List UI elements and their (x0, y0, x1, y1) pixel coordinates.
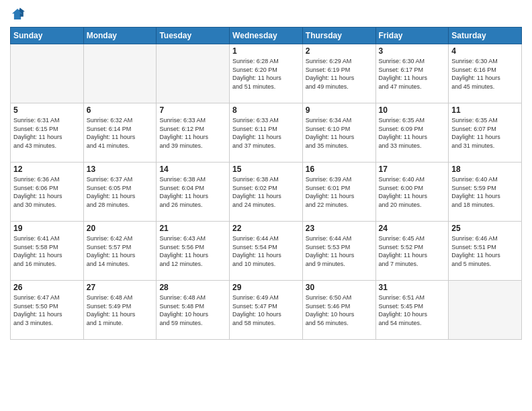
day-cell: 15Sunrise: 6:38 AM Sunset: 6:02 PM Dayli… (230, 163, 303, 222)
day-info: Sunrise: 6:28 AM Sunset: 6:20 PM Dayligh… (232, 57, 300, 91)
day-info: Sunrise: 6:38 AM Sunset: 6:04 PM Dayligh… (159, 175, 226, 209)
day-cell (11, 44, 84, 103)
day-cell: 22Sunrise: 6:44 AM Sunset: 5:54 PM Dayli… (230, 222, 303, 281)
weekday-monday: Monday (83, 28, 157, 44)
weekday-header-row: SundayMondayTuesdayWednesdayThursdayFrid… (11, 28, 522, 44)
day-number: 14 (159, 165, 226, 174)
day-info: Sunrise: 6:48 AM Sunset: 5:49 PM Dayligh… (87, 293, 154, 327)
day-cell: 2Sunrise: 6:29 AM Sunset: 6:19 PM Daylig… (302, 44, 375, 103)
day-cell: 4Sunrise: 6:30 AM Sunset: 6:16 PM Daylig… (449, 44, 522, 103)
day-info: Sunrise: 6:38 AM Sunset: 6:02 PM Dayligh… (232, 175, 300, 209)
day-number: 20 (87, 224, 154, 233)
week-row-2: 5Sunrise: 6:31 AM Sunset: 6:15 PM Daylig… (11, 103, 522, 163)
day-cell: 18Sunrise: 6:40 AM Sunset: 5:59 PM Dayli… (449, 163, 522, 222)
weekday-tuesday: Tuesday (157, 28, 230, 44)
day-number: 30 (306, 283, 373, 292)
day-number: 23 (306, 224, 373, 233)
day-cell: 5Sunrise: 6:31 AM Sunset: 6:15 PM Daylig… (11, 103, 84, 163)
day-number: 12 (13, 165, 81, 174)
day-info: Sunrise: 6:35 AM Sunset: 6:07 PM Dayligh… (451, 116, 519, 150)
day-info: Sunrise: 6:45 AM Sunset: 5:52 PM Dayligh… (379, 234, 446, 268)
day-cell: 27Sunrise: 6:48 AM Sunset: 5:49 PM Dayli… (83, 281, 157, 340)
day-cell: 8Sunrise: 6:33 AM Sunset: 6:11 PM Daylig… (230, 103, 303, 163)
day-cell: 1Sunrise: 6:28 AM Sunset: 6:20 PM Daylig… (230, 44, 303, 103)
day-cell: 17Sunrise: 6:40 AM Sunset: 6:00 PM Dayli… (375, 163, 449, 222)
day-number: 5 (13, 105, 81, 115)
logo (10, 7, 27, 21)
day-info: Sunrise: 6:31 AM Sunset: 6:15 PM Dayligh… (13, 116, 81, 150)
day-info: Sunrise: 6:50 AM Sunset: 5:46 PM Dayligh… (306, 293, 373, 327)
day-number: 18 (451, 165, 519, 174)
day-cell: 25Sunrise: 6:46 AM Sunset: 5:51 PM Dayli… (449, 222, 522, 281)
day-info: Sunrise: 6:39 AM Sunset: 6:01 PM Dayligh… (306, 175, 373, 209)
day-number: 6 (87, 105, 154, 115)
day-cell: 23Sunrise: 6:44 AM Sunset: 5:53 PM Dayli… (302, 222, 375, 281)
day-info: Sunrise: 6:30 AM Sunset: 6:16 PM Dayligh… (451, 57, 519, 91)
day-cell: 7Sunrise: 6:33 AM Sunset: 6:12 PM Daylig… (157, 103, 230, 163)
day-number: 17 (379, 165, 446, 174)
logo-icon (10, 7, 25, 21)
week-row-3: 12Sunrise: 6:36 AM Sunset: 6:06 PM Dayli… (11, 163, 522, 222)
day-cell (449, 281, 522, 340)
day-number: 3 (379, 46, 446, 56)
day-number: 7 (159, 105, 226, 115)
day-number: 10 (379, 105, 446, 115)
day-info: Sunrise: 6:37 AM Sunset: 6:05 PM Dayligh… (87, 175, 154, 209)
day-number: 19 (13, 224, 81, 233)
day-info: Sunrise: 6:30 AM Sunset: 6:17 PM Dayligh… (379, 57, 446, 91)
day-cell: 31Sunrise: 6:51 AM Sunset: 5:45 PM Dayli… (375, 281, 449, 340)
day-info: Sunrise: 6:36 AM Sunset: 6:06 PM Dayligh… (13, 175, 81, 209)
day-number: 29 (232, 283, 300, 292)
day-number: 21 (159, 224, 226, 233)
day-number: 31 (379, 283, 446, 292)
day-info: Sunrise: 6:33 AM Sunset: 6:11 PM Dayligh… (232, 116, 300, 150)
day-info: Sunrise: 6:42 AM Sunset: 5:57 PM Dayligh… (87, 234, 154, 268)
day-info: Sunrise: 6:33 AM Sunset: 6:12 PM Dayligh… (159, 116, 226, 150)
day-number: 4 (451, 46, 519, 56)
day-cell: 3Sunrise: 6:30 AM Sunset: 6:17 PM Daylig… (375, 44, 449, 103)
day-info: Sunrise: 6:44 AM Sunset: 5:53 PM Dayligh… (306, 234, 373, 268)
day-number: 22 (232, 224, 300, 233)
day-info: Sunrise: 6:47 AM Sunset: 5:50 PM Dayligh… (13, 293, 81, 327)
day-info: Sunrise: 6:51 AM Sunset: 5:45 PM Dayligh… (379, 293, 446, 327)
week-row-5: 26Sunrise: 6:47 AM Sunset: 5:50 PM Dayli… (11, 281, 522, 340)
day-number: 2 (306, 46, 373, 56)
day-number: 9 (306, 105, 373, 115)
weekday-friday: Friday (375, 28, 449, 44)
day-cell: 12Sunrise: 6:36 AM Sunset: 6:06 PM Dayli… (11, 163, 84, 222)
day-cell: 26Sunrise: 6:47 AM Sunset: 5:50 PM Dayli… (11, 281, 84, 340)
day-info: Sunrise: 6:40 AM Sunset: 5:59 PM Dayligh… (451, 175, 519, 209)
day-cell: 24Sunrise: 6:45 AM Sunset: 5:52 PM Dayli… (375, 222, 449, 281)
weekday-wednesday: Wednesday (230, 28, 303, 44)
day-info: Sunrise: 6:43 AM Sunset: 5:56 PM Dayligh… (159, 234, 226, 268)
header (10, 7, 522, 21)
day-cell: 16Sunrise: 6:39 AM Sunset: 6:01 PM Dayli… (302, 163, 375, 222)
day-cell: 29Sunrise: 6:49 AM Sunset: 5:47 PM Dayli… (230, 281, 303, 340)
day-info: Sunrise: 6:29 AM Sunset: 6:19 PM Dayligh… (306, 57, 373, 91)
day-cell: 19Sunrise: 6:41 AM Sunset: 5:58 PM Dayli… (11, 222, 84, 281)
day-cell: 14Sunrise: 6:38 AM Sunset: 6:04 PM Dayli… (157, 163, 230, 222)
week-row-1: 1Sunrise: 6:28 AM Sunset: 6:20 PM Daylig… (11, 44, 522, 103)
day-number: 25 (451, 224, 519, 233)
day-info: Sunrise: 6:48 AM Sunset: 5:48 PM Dayligh… (159, 293, 226, 327)
day-info: Sunrise: 6:35 AM Sunset: 6:09 PM Dayligh… (379, 116, 446, 150)
page: SundayMondayTuesdayWednesdayThursdayFrid… (0, 0, 532, 411)
calendar: SundayMondayTuesdayWednesdayThursdayFrid… (10, 27, 522, 340)
day-number: 8 (232, 105, 300, 115)
day-number: 16 (306, 165, 373, 174)
day-cell: 13Sunrise: 6:37 AM Sunset: 6:05 PM Dayli… (83, 163, 157, 222)
day-number: 15 (232, 165, 300, 174)
day-info: Sunrise: 6:41 AM Sunset: 5:58 PM Dayligh… (13, 234, 81, 268)
weekday-sunday: Sunday (11, 28, 84, 44)
day-cell (83, 44, 157, 103)
day-cell: 9Sunrise: 6:34 AM Sunset: 6:10 PM Daylig… (302, 103, 375, 163)
day-info: Sunrise: 6:44 AM Sunset: 5:54 PM Dayligh… (232, 234, 300, 268)
day-cell: 28Sunrise: 6:48 AM Sunset: 5:48 PM Dayli… (157, 281, 230, 340)
week-row-4: 19Sunrise: 6:41 AM Sunset: 5:58 PM Dayli… (11, 222, 522, 281)
day-number: 13 (87, 165, 154, 174)
day-cell (157, 44, 230, 103)
weekday-saturday: Saturday (449, 28, 522, 44)
day-number: 11 (451, 105, 519, 115)
day-number: 28 (159, 283, 226, 292)
day-info: Sunrise: 6:40 AM Sunset: 6:00 PM Dayligh… (379, 175, 446, 209)
